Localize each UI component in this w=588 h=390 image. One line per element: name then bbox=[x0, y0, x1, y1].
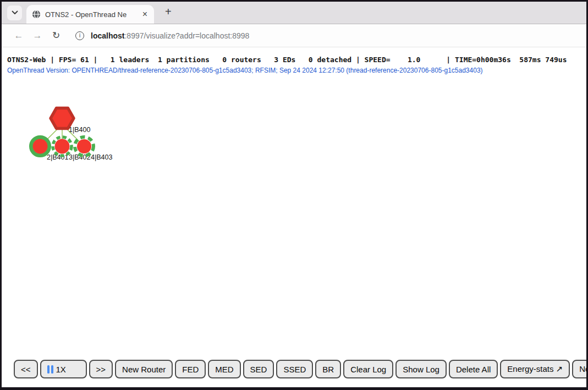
url-host: localhost bbox=[91, 31, 124, 40]
node-label: 1|B400 bbox=[69, 126, 90, 134]
ssed-button[interactable]: SSED bbox=[276, 360, 313, 378]
tab-title: OTNS2 - OpenThread Ne bbox=[45, 10, 140, 19]
url-field[interactable]: localhost:8997/visualize?addr=localhost:… bbox=[91, 31, 249, 40]
energy-stats-button[interactable]: Energy-stats ↗ bbox=[500, 360, 570, 378]
node-child-4[interactable] bbox=[75, 137, 94, 156]
window-frame: OTNS2 - OpenThread Ne × + ← → ↻ i localh… bbox=[0, 0, 588, 390]
new-router-button[interactable]: New Router bbox=[115, 360, 173, 378]
node-label: 4|B403 bbox=[91, 153, 112, 161]
back-icon[interactable]: ← bbox=[9, 30, 28, 41]
clear-log-button[interactable]: Clear Log bbox=[343, 360, 393, 378]
speed-label: 1X bbox=[56, 365, 66, 374]
page-content: OTNS2-Web | FPS= 61 | 1 leaders 1 partit… bbox=[2, 47, 586, 387]
fed-button[interactable]: FED bbox=[175, 360, 206, 378]
site-info-icon[interactable]: i bbox=[75, 31, 84, 40]
pause-icon bbox=[47, 365, 53, 373]
node-stats-button[interactable]: Node-stats ↗ bbox=[572, 360, 586, 378]
globe-favicon-icon bbox=[32, 10, 41, 19]
show-log-button[interactable]: Show Log bbox=[395, 360, 447, 378]
chevron-down-icon bbox=[12, 10, 18, 15]
url-path: :8997/visualize?addr=localhost:8998 bbox=[124, 31, 249, 40]
tab-search-button[interactable] bbox=[7, 6, 22, 20]
br-button[interactable]: BR bbox=[315, 360, 341, 378]
new-tab-button[interactable]: + bbox=[162, 6, 175, 20]
tab-otns2[interactable]: OTNS2 - OpenThread Ne × bbox=[26, 5, 154, 24]
speed-down-button[interactable]: << bbox=[14, 360, 38, 378]
network-canvas: 1|B400 2|B401 3|B402 4|B40 bbox=[2, 47, 178, 179]
tab-strip: OTNS2 - OpenThread Ne × + bbox=[2, 2, 586, 24]
delete-all-button[interactable]: Delete All bbox=[449, 360, 498, 378]
sed-button[interactable]: SED bbox=[243, 360, 274, 378]
med-button[interactable]: MED bbox=[208, 360, 240, 378]
browser-window: OTNS2 - OpenThread Ne × + ← → ↻ i localh… bbox=[2, 2, 586, 387]
node-child-2[interactable] bbox=[31, 138, 50, 156]
forward-icon[interactable]: → bbox=[28, 30, 47, 41]
address-bar: ← → ↻ i localhost:8997/visualize?addr=lo… bbox=[2, 24, 586, 47]
reload-icon[interactable]: ↻ bbox=[47, 30, 65, 41]
tab-close-icon[interactable]: × bbox=[140, 9, 150, 19]
pause-speed-button[interactable]: 1X bbox=[40, 360, 87, 378]
control-toolbar: << 1X >> New Router FED MED SED SSED BR … bbox=[14, 360, 586, 378]
speed-up-button[interactable]: >> bbox=[89, 360, 113, 378]
node-child-3[interactable] bbox=[53, 137, 72, 156]
